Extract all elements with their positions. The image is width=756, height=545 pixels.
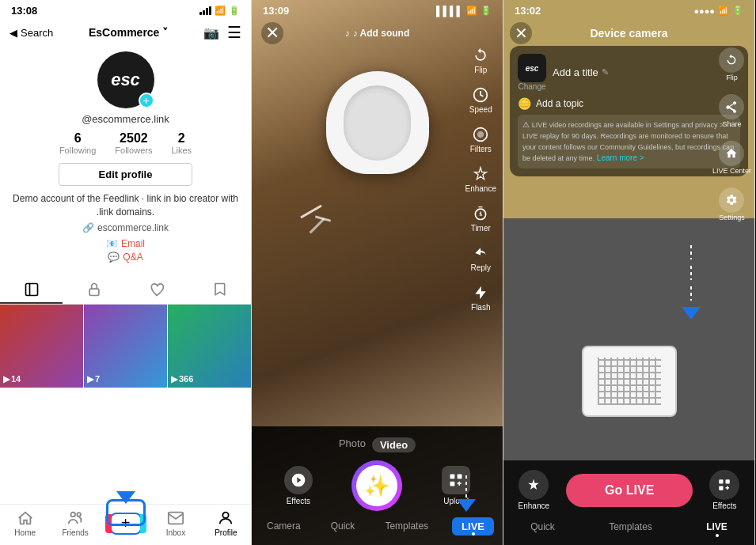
cam-nav-live[interactable]: LIVE	[452, 517, 494, 536]
nav-profile[interactable]: Profile	[201, 509, 251, 537]
enhance-tool[interactable]: Enhance	[465, 166, 496, 193]
add-avatar-button[interactable]: +	[139, 93, 154, 108]
capture-inner: ✨	[356, 465, 397, 506]
topic-row: 🪙 Add a topic	[518, 97, 740, 110]
go-live-label: Go LIVE	[605, 483, 654, 497]
tab-liked[interactable]	[126, 277, 188, 304]
video-thumb-2[interactable]: ▶ 7	[84, 305, 167, 388]
tab-bookmarked[interactable]	[188, 277, 251, 304]
timer-tool[interactable]: 3 Timer	[471, 206, 491, 233]
sparkle-icon: ✨	[364, 474, 389, 498]
close-camera-icon[interactable]: ✕	[261, 22, 283, 44]
video-thumb-1[interactable]: ▶ 14	[0, 305, 83, 388]
add-topic-button[interactable]: Add a topic	[536, 98, 583, 109]
live-nav-quick[interactable]: Quick	[524, 518, 561, 536]
info-icon: ⚠	[522, 120, 530, 129]
top-nav-1: ◀ Search EsCommerce ˅ 📷 ☰	[0, 20, 251, 45]
battery-icon-3: 🔋	[732, 6, 743, 16]
speed-tool[interactable]: Speed	[469, 87, 492, 114]
effects-button[interactable]: Effects	[284, 466, 313, 505]
edit-profile-button[interactable]: Edit profile	[59, 163, 193, 186]
go-live-button[interactable]: Go LIVE	[566, 474, 693, 507]
video-grid: ▶ 14 ▶ 7 ▶ 366	[0, 305, 251, 504]
video-thumb-3[interactable]: ▶ 366	[168, 305, 251, 388]
nav-home[interactable]: Home	[0, 509, 50, 537]
nav-inbox[interactable]: Inbox	[150, 509, 200, 537]
qa-link[interactable]: 💬 Q&A	[108, 252, 142, 263]
back-search-1[interactable]: ◀ Search	[9, 27, 53, 39]
effects-live-button[interactable]: Effects	[709, 470, 739, 510]
svg-rect-2	[89, 289, 99, 295]
motion-lines	[299, 206, 347, 232]
flash-tool[interactable]: Flash	[471, 285, 490, 312]
add-sound-button[interactable]: ♪ ♪ Add sound	[345, 28, 410, 39]
play-icon-3: ▶	[171, 374, 177, 384]
cam-nav-camera[interactable]: Camera	[260, 517, 307, 536]
svg-point-4	[77, 513, 81, 517]
following-count: 6	[59, 131, 96, 146]
top-right-icons: 📷 ☰	[203, 23, 241, 42]
learn-more-link[interactable]: Learn more >	[597, 153, 644, 162]
create-button[interactable]: +	[110, 513, 142, 535]
change-label[interactable]: Change	[518, 82, 545, 91]
nav-friends[interactable]: Friends	[50, 509, 100, 537]
close-live-button[interactable]: ✕	[510, 22, 532, 44]
content-tabs	[0, 274, 251, 305]
effects-live-icon	[709, 470, 739, 500]
website-link[interactable]: 🔗 escommerce.link	[82, 222, 169, 233]
camera-icon[interactable]: 📷	[203, 25, 219, 40]
dashed-line-cam	[465, 475, 467, 499]
wifi-icon: 📶	[215, 6, 226, 16]
airpods-case	[326, 71, 429, 174]
bottom-nav-1: Home Friends + Inbox Profile	[0, 504, 251, 545]
reply-label: Reply	[470, 263, 491, 272]
website-text: escommerce.link	[97, 222, 169, 233]
arrow-indicator	[116, 491, 135, 504]
live-controls-row: Enhance Go LIVE Effects	[503, 467, 754, 517]
flip-tool[interactable]: Flip	[473, 47, 488, 74]
enhance-live-button[interactable]: Enhance	[519, 470, 549, 510]
dashed-line-live-2	[690, 266, 692, 280]
following-label: Following	[59, 146, 96, 155]
dashed-line-live-1	[690, 245, 692, 259]
svg-rect-15	[726, 479, 730, 483]
capture-button[interactable]: ✨	[351, 460, 402, 511]
share-circle	[719, 94, 744, 119]
followers-stat[interactable]: 2502 Followers	[115, 131, 152, 155]
time-2: 13:09	[263, 5, 289, 17]
cam-nav-templates[interactable]: Templates	[378, 517, 435, 536]
menu-icon[interactable]: ☰	[227, 23, 241, 42]
bio-text: Demo account of the Feedlink · link in b…	[13, 192, 238, 219]
photo-mode[interactable]: Photo	[339, 437, 366, 452]
live-settings-tool[interactable]: Settings	[719, 187, 745, 221]
live-bottom-panel: Enhance Go LIVE Effects Quick Templates …	[503, 460, 754, 545]
live-nav-templates[interactable]: Templates	[602, 518, 659, 536]
plus-icon: +	[121, 514, 131, 532]
live-flip-tool[interactable]: Flip	[719, 47, 744, 81]
live-share-label: Share	[722, 120, 741, 128]
following-stat[interactable]: 6 Following	[59, 131, 96, 155]
camera-side-tools: Flip Speed Filters Enhance 3 Timer Reply…	[465, 47, 496, 312]
email-icon: 📧	[106, 238, 118, 249]
esc-logo: esc	[518, 54, 546, 82]
live-center-tool[interactable]: LIVE Center	[712, 141, 751, 175]
profile-section: esc + @escommerce.link 6 Following 2502 …	[0, 45, 251, 274]
cam-nav-quick[interactable]: Quick	[325, 517, 362, 536]
live-share-tool[interactable]: Share	[719, 94, 744, 128]
pencil-icon: ✎	[602, 67, 609, 78]
likes-stat[interactable]: 2 Likes	[171, 131, 192, 155]
live-nav: Quick Templates LIVE	[503, 517, 754, 537]
reply-tool[interactable]: Reply	[470, 245, 491, 272]
video-mode[interactable]: Video	[372, 437, 416, 452]
live-nav-live[interactable]: LIVE	[700, 518, 734, 536]
account-name[interactable]: EsCommerce ˅	[89, 26, 168, 39]
signal-icon-2: ▌▌▌▌	[436, 6, 463, 17]
tab-private[interactable]	[63, 277, 125, 304]
live-top-bar: ✕ Device camera	[503, 19, 754, 47]
play-count-1: ▶ 14	[3, 374, 21, 384]
tab-videos[interactable]	[0, 277, 63, 304]
svg-text:3: 3	[480, 212, 482, 217]
email-link[interactable]: 📧 Email	[106, 238, 145, 249]
live-center-label: LIVE Center	[712, 167, 751, 175]
filters-tool[interactable]: Filters	[470, 127, 492, 153]
